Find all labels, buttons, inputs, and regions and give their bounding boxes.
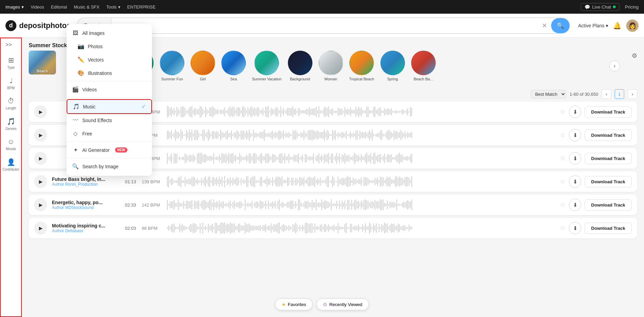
sidebar-item-moods[interactable]: ☺ Moods bbox=[1, 134, 21, 155]
sidebar-expand-button[interactable]: >> bbox=[1, 42, 12, 48]
user-avatar[interactable]: 👩 bbox=[626, 19, 639, 32]
topic-circle-summervacation bbox=[254, 51, 279, 75]
dropdown-photos-label: Photos bbox=[88, 44, 103, 49]
topic-circle-woman bbox=[319, 51, 343, 75]
nav-videos[interactable]: Videos bbox=[31, 4, 44, 10]
play-button[interactable]: ▶ bbox=[34, 198, 47, 211]
dropdown-free-label: Free bbox=[82, 131, 92, 136]
download-icon-button[interactable]: ⬇ bbox=[569, 152, 581, 164]
download-icon-button[interactable]: ⬇ bbox=[569, 199, 581, 211]
download-track-button[interactable]: Download Track bbox=[585, 176, 632, 187]
dropdown-ai-label: AI Generator bbox=[82, 147, 110, 153]
logo[interactable]: d depositphotos bbox=[5, 20, 71, 31]
favorites-button[interactable]: ★ Favorites bbox=[275, 299, 312, 310]
settings-button[interactable]: ⚙ bbox=[632, 52, 637, 60]
illustrations-icon: 🎨 bbox=[78, 70, 84, 76]
sort-select[interactable]: Best Match Newest Popular bbox=[531, 90, 566, 98]
table-row: ▶ Motivating inspiring c... Author Delta… bbox=[29, 218, 637, 238]
track-author[interactable]: Author Ronin_Production bbox=[52, 182, 120, 187]
dropdown-vectors[interactable]: ✏️ Vectors bbox=[67, 53, 152, 66]
nav-images[interactable]: Images ▾ bbox=[5, 4, 24, 10]
nav-enterprise[interactable]: ENTERPRISE bbox=[127, 4, 156, 10]
track-author[interactable]: Author Deltabass bbox=[52, 228, 120, 233]
waveform bbox=[167, 151, 555, 165]
download-track-button[interactable]: Download Track bbox=[585, 106, 632, 118]
download-track-button[interactable]: Download Track bbox=[585, 153, 632, 164]
pagination-prev-button[interactable]: ‹ bbox=[602, 89, 611, 99]
download-track-button[interactable]: Download Track bbox=[585, 199, 632, 211]
beach-thumbnail[interactable]: Beach bbox=[29, 51, 56, 75]
favorite-button[interactable]: ☆ bbox=[560, 155, 565, 162]
dropdown-free[interactable]: ◇ Free bbox=[67, 127, 152, 140]
sidebar-item-length[interactable]: ⏱ Length bbox=[1, 94, 21, 114]
topic-circle-tropicalbeach bbox=[349, 51, 374, 75]
download-track-button[interactable]: Download Track bbox=[585, 130, 632, 141]
topic-label-background: Background bbox=[290, 77, 310, 81]
notifications-button[interactable]: 🔔 bbox=[613, 22, 621, 30]
nav-editorial[interactable]: Editorial bbox=[51, 4, 67, 10]
download-icon-button[interactable]: ⬇ bbox=[569, 106, 581, 118]
topic-label-girl: Girl bbox=[200, 77, 206, 81]
sidebar-item-contributor[interactable]: 👤 Contributor bbox=[1, 155, 21, 175]
track-author[interactable]: Author MDStockSound bbox=[52, 205, 120, 210]
sidebar-item-type[interactable]: ⊞ Type bbox=[1, 53, 21, 73]
topic-tropical-beach[interactable]: Tropical Beach bbox=[349, 51, 374, 81]
recently-viewed-button[interactable]: ⊙ Recently Viewed bbox=[317, 299, 369, 310]
genres-icon: 🎵 bbox=[7, 117, 15, 126]
play-button[interactable]: ▶ bbox=[34, 105, 47, 118]
topic-sea[interactable]: Sea bbox=[221, 51, 246, 81]
dropdown-search-by-image[interactable]: 🔍 Search by Image bbox=[67, 160, 152, 173]
play-button[interactable]: ▶ bbox=[34, 222, 47, 235]
sidebar-item-bpm[interactable]: ♩ BPM bbox=[1, 73, 21, 94]
sidebar-item-genres[interactable]: 🎵 Genres bbox=[1, 114, 21, 134]
topic-background[interactable]: Background bbox=[288, 51, 312, 81]
contributor-icon: 👤 bbox=[7, 158, 15, 166]
topic-label-tropicalbeach: Tropical Beach bbox=[349, 77, 374, 81]
download-icon-button[interactable]: ⬇ bbox=[569, 175, 581, 188]
favorite-button[interactable]: ☆ bbox=[560, 224, 565, 232]
search-input[interactable] bbox=[112, 18, 538, 33]
dropdown-photos[interactable]: 📷 Photos bbox=[67, 40, 152, 53]
dropdown-illustrations[interactable]: 🎨 Illustrations bbox=[67, 66, 152, 80]
dropdown-music[interactable]: 🎵 Music ✓ bbox=[67, 99, 152, 114]
favorite-button[interactable]: ☆ bbox=[560, 131, 565, 139]
dropdown-videos[interactable]: 🎬 Videos bbox=[67, 83, 152, 96]
topic-beachball[interactable]: Beach Ba... bbox=[411, 51, 436, 81]
topics-next-button[interactable]: › bbox=[609, 61, 620, 71]
download-icon-button[interactable]: ⬇ bbox=[569, 222, 581, 234]
nav-music-sfx[interactable]: Music & SFX bbox=[74, 4, 99, 10]
search-submit-button[interactable]: 🔍 bbox=[551, 18, 570, 33]
topic-summer-vacation[interactable]: Summer Vacation bbox=[252, 51, 282, 81]
pagination-next-button[interactable]: › bbox=[628, 89, 637, 99]
dropdown-ai-generator[interactable]: ✦ AI Generator NEW bbox=[67, 143, 152, 157]
topic-label-spring: Spring bbox=[387, 77, 398, 81]
search-clear-button[interactable]: ✕ bbox=[538, 22, 551, 29]
topic-woman[interactable]: Woman bbox=[319, 51, 343, 81]
topic-circle-spring bbox=[380, 51, 405, 75]
track-bpm: 142 BPM bbox=[142, 202, 162, 208]
play-button[interactable]: ▶ bbox=[34, 175, 47, 188]
download-icon-button[interactable]: ⬇ bbox=[569, 129, 581, 141]
live-chat-button[interactable]: 💬 Live Chat bbox=[581, 3, 619, 11]
topic-spring[interactable]: Spring bbox=[380, 51, 405, 81]
pricing-button[interactable]: Pricing bbox=[625, 4, 639, 10]
dropdown-divider-1 bbox=[67, 81, 152, 81]
favorite-button[interactable]: ☆ bbox=[560, 178, 565, 185]
waveform bbox=[167, 221, 555, 235]
play-button[interactable]: ▶ bbox=[34, 152, 47, 165]
topic-girl[interactable]: Girl bbox=[191, 51, 215, 81]
sidebar: >> ⊞ Type ♩ BPM ⏱ Length 🎵 Genres ☺ Mood… bbox=[0, 38, 22, 317]
bottom-bar: ★ Favorites ⊙ Recently Viewed bbox=[275, 299, 369, 310]
play-button[interactable]: ▶ bbox=[34, 129, 47, 142]
topic-summerfun[interactable]: Summer Fun bbox=[160, 51, 184, 81]
topic-circle-background bbox=[288, 51, 312, 75]
dropdown-sound-effects[interactable]: 〰 Sound Effects bbox=[67, 114, 152, 127]
nav-tools[interactable]: Tools ▾ bbox=[106, 4, 120, 10]
dropdown-all-images[interactable]: 🖼 All Images bbox=[67, 27, 152, 40]
nav-tools-arrow: ▾ bbox=[118, 4, 121, 10]
favorite-button[interactable]: ☆ bbox=[560, 108, 565, 116]
active-plans-button[interactable]: Active Plans ▾ bbox=[578, 23, 608, 28]
chat-icon: 💬 bbox=[585, 4, 590, 10]
download-track-button[interactable]: Download Track bbox=[585, 223, 632, 234]
favorite-button[interactable]: ☆ bbox=[560, 201, 565, 209]
